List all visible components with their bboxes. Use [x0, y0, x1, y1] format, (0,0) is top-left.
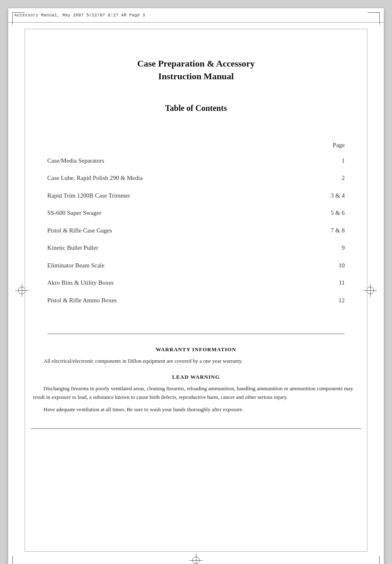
toc-item-page: 7 & 8 — [324, 226, 345, 235]
list-item: Case/Media Separators 1 — [47, 152, 345, 170]
toc-item-page: 12 — [324, 296, 345, 305]
list-item: Pistol & Rifle Ammo Boxes 12 — [47, 292, 345, 309]
toc-item-page: 11 — [324, 278, 345, 288]
warranty-body: All electrical/electronic components in … — [33, 357, 359, 366]
toc-section: Table of Contents — [31, 95, 361, 121]
list-item: SS-600 Super Swager 5 & 6 — [47, 204, 345, 222]
bottom-reg-mark — [192, 557, 200, 564]
list-item: Rapid Trim 1200B Case Trimmer 3 & 4 — [47, 187, 345, 205]
toc-item-page: 1 — [324, 156, 345, 166]
list-item: Akro Bins & Utility Boxes 11 — [47, 274, 345, 292]
toc-page-header: Page — [47, 142, 345, 152]
list-item: Kinetic Bullet Puller 9 — [47, 239, 345, 257]
lead-warning-body2: Have adequate ventilation at all times. … — [33, 405, 359, 414]
toc-item-name: Pistol & Rifle Case Gages — [47, 226, 112, 235]
toc-item-page: 3 & 4 — [324, 191, 345, 200]
toc-item-page: 9 — [324, 243, 345, 253]
corner-mark-bottom-left — [12, 556, 25, 564]
page: Accessory Manual, May 2007 5/22/07 8:27 … — [8, 8, 384, 564]
main-content: Case Preparation & Accessory Instruction… — [31, 33, 361, 548]
main-title: Case Preparation & Accessory Instruction… — [31, 58, 361, 83]
lead-warning-body1: Discharging firearms in poorly ventilate… — [33, 384, 359, 402]
corner-mark-bottom-right — [367, 556, 380, 564]
toc-table: Page Case/Media Separators 1 Case Lube, … — [31, 142, 361, 309]
list-item: Eliminator Beam Scale 10 — [47, 257, 345, 274]
toc-item-name: Rapid Trim 1200B Case Trimmer — [47, 191, 130, 200]
title-section: Case Preparation & Accessory Instruction… — [31, 33, 361, 95]
list-item: Pistol & Rifle Case Gages 7 & 8 — [47, 222, 345, 239]
toc-item-page: 2 — [324, 173, 345, 183]
title-line1: Case Preparation & Accessory — [31, 58, 361, 70]
bottom-section-divider — [31, 428, 361, 429]
header-text: Accessory Manual, May 2007 5/22/07 8:27 … — [14, 13, 145, 18]
header-bar: Accessory Manual, May 2007 5/22/07 8:27 … — [8, 8, 384, 23]
corner-mark-top-left — [12, 12, 25, 25]
toc-heading: Table of Contents — [31, 104, 361, 113]
toc-item-name: Eliminator Beam Scale — [47, 261, 104, 270]
section-divider — [47, 334, 345, 334]
toc-item-name: Case Lube, Rapid Polish 290 & Media — [47, 173, 143, 183]
toc-item-page: 10 — [324, 261, 345, 270]
lead-warning-section: LEAD WARNING Discharging firearms in poo… — [33, 374, 359, 414]
corner-mark-top-right — [367, 12, 380, 25]
toc-item-name: Akro Bins & Utility Boxes — [47, 278, 114, 288]
bottom-section: WARRANTY INFORMATION All electrical/elec… — [31, 346, 361, 414]
toc-item-page: 5 & 6 — [324, 208, 345, 218]
list-item: Case Lube, Rapid Polish 290 & Media 2 — [47, 169, 345, 187]
toc-item-name: Case/Media Separators — [47, 156, 104, 166]
warranty-heading: WARRANTY INFORMATION — [33, 346, 359, 353]
side-mark-right — [367, 287, 374, 294]
title-line2: Instruction Manual — [31, 70, 361, 83]
toc-item-name: SS-600 Super Swager — [47, 208, 101, 218]
toc-item-name: Pistol & Rifle Ammo Boxes — [47, 296, 117, 305]
toc-item-name: Kinetic Bullet Puller — [47, 243, 98, 253]
lead-warning-heading: LEAD WARNING — [33, 374, 359, 380]
warranty-section: WARRANTY INFORMATION All electrical/elec… — [33, 346, 359, 366]
